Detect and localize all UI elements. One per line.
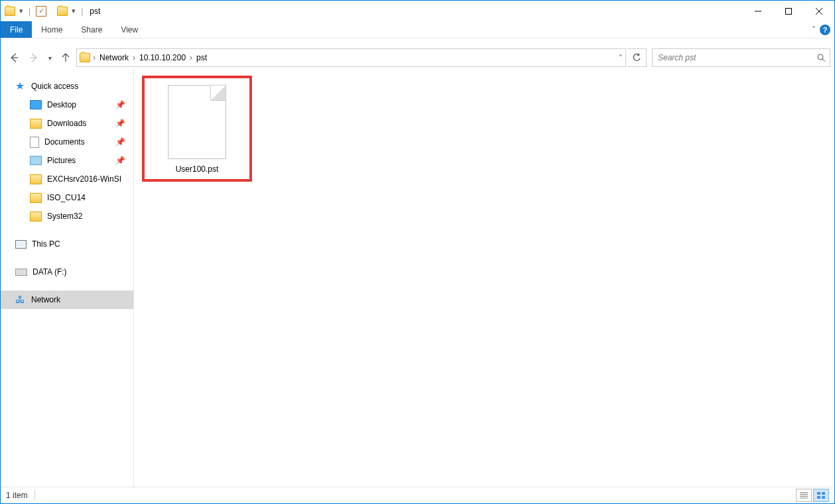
maximize-button[interactable]: [773, 1, 804, 21]
minimize-icon: [755, 8, 761, 15]
up-button[interactable]: [56, 48, 75, 67]
large-icons-view-button[interactable]: [813, 489, 829, 502]
forward-arrow-icon: [29, 52, 39, 63]
folder-icon: [30, 193, 42, 203]
svg-line-8: [822, 59, 825, 62]
file-name-label[interactable]: User100.pst: [176, 164, 219, 174]
window-controls: [743, 1, 834, 21]
tree-item-downloads[interactable]: Downloads 📌: [1, 114, 133, 133]
close-button[interactable]: [804, 1, 834, 21]
svg-rect-14: [822, 492, 825, 495]
address-dropdown-chevron[interactable]: ˅: [619, 54, 623, 62]
qat-properties-icon[interactable]: ✓: [36, 6, 46, 17]
status-separator: [34, 491, 35, 500]
drive-icon: [15, 269, 27, 276]
view-switch: [796, 489, 829, 502]
back-button[interactable]: [5, 48, 23, 67]
ribbon: File Home Share View ˅ ?: [1, 21, 834, 38]
tree-label: System32: [47, 212, 82, 221]
tree-item-folder[interactable]: ISO_CU14: [1, 188, 133, 207]
network-icon: 🖧: [15, 294, 26, 305]
tree-label: Quick access: [31, 82, 78, 91]
star-icon: ★: [15, 81, 26, 92]
pin-icon: 📌: [115, 119, 125, 128]
large-icons-view-icon: [817, 492, 825, 499]
tree-item-folder[interactable]: EXCHsrv2016-WinSI: [1, 170, 133, 188]
breadcrumb-host[interactable]: 10.10.10.200: [137, 49, 188, 66]
up-arrow-icon: [60, 52, 71, 63]
svg-point-7: [818, 54, 823, 60]
tree-label: Downloads: [47, 119, 86, 128]
back-arrow-icon: [9, 52, 19, 63]
details-view-icon: [800, 492, 808, 499]
qat-new-folder-icon[interactable]: [57, 7, 68, 16]
quick-access-toolbar: ▾ | ✓ ▾ |: [5, 6, 86, 17]
separator: |: [29, 7, 31, 16]
folder-icon: [30, 212, 42, 221]
search-icon[interactable]: [817, 54, 826, 62]
ribbon-tab-share[interactable]: Share: [72, 21, 111, 38]
document-icon: [30, 137, 39, 148]
svg-rect-13: [817, 492, 820, 495]
search-box[interactable]: [652, 48, 830, 67]
item-count: 1 item: [6, 491, 28, 500]
ribbon-tab-view[interactable]: View: [111, 21, 147, 38]
ribbon-tab-file[interactable]: File: [1, 21, 32, 38]
content-area[interactable]: User100.pst: [134, 69, 834, 487]
desktop-icon: [30, 100, 42, 109]
tree-item-desktop[interactable]: Desktop 📌: [1, 95, 133, 114]
folder-icon: [30, 119, 42, 129]
tree-label: Documents: [44, 137, 85, 147]
separator: |: [81, 7, 83, 16]
explorer-window: ▾ | ✓ ▾ | pst File Home Share View ˅: [0, 0, 835, 504]
refresh-button[interactable]: [627, 48, 647, 67]
svg-rect-16: [822, 496, 825, 499]
pictures-icon: [30, 156, 42, 165]
file-icon[interactable]: [168, 85, 226, 159]
minimize-button[interactable]: [743, 1, 773, 21]
tree-item-folder[interactable]: System32: [1, 207, 133, 225]
qat-customize-chevron[interactable]: ▾: [72, 7, 76, 15]
breadcrumb-network[interactable]: Network: [97, 49, 131, 66]
address-bar[interactable]: › Network › 10.10.10.200 › pst ˅: [76, 48, 626, 67]
breadcrumb-chevron-icon[interactable]: ›: [92, 53, 97, 62]
tree-this-pc[interactable]: This PC: [1, 235, 133, 253]
highlighted-file: User100.pst: [142, 76, 252, 182]
tree-label: Desktop: [47, 100, 76, 109]
breadcrumb-chevron-icon[interactable]: ›: [188, 53, 194, 62]
close-icon: [816, 8, 822, 15]
pin-icon: 📌: [115, 156, 125, 165]
refresh-icon: [632, 53, 641, 62]
ribbon-tab-home[interactable]: Home: [32, 21, 72, 38]
help-icon[interactable]: ?: [820, 25, 830, 35]
tree-label: This PC: [32, 239, 60, 249]
svg-rect-15: [817, 496, 820, 499]
tree-item-pictures[interactable]: Pictures 📌: [1, 151, 133, 170]
tree-network[interactable]: 🖧 Network: [1, 290, 133, 309]
search-input[interactable]: [657, 52, 817, 63]
details-view-button[interactable]: [796, 489, 812, 502]
pin-icon: 📌: [115, 137, 125, 147]
navigation-row: ▾ › Network › 10.10.10.200 › pst ˅: [1, 46, 834, 69]
ribbon-expand-chevron[interactable]: ˅: [812, 25, 816, 34]
breadcrumb-chevron-icon[interactable]: ›: [131, 53, 137, 62]
tree-item-documents[interactable]: Documents 📌: [1, 133, 133, 151]
tree-drive[interactable]: DATA (F:): [1, 263, 133, 281]
tree-label: EXCHsrv2016-WinSI: [47, 174, 121, 184]
breadcrumb-folder[interactable]: pst: [194, 49, 210, 66]
this-pc-icon: [15, 240, 27, 249]
chevron-down-icon: ▾: [48, 54, 52, 62]
tree-label: Network: [31, 295, 60, 304]
maximize-icon: [785, 8, 792, 15]
app-icon: [5, 7, 15, 16]
svg-rect-1: [786, 8, 792, 14]
navigation-tree: ★ Quick access Desktop 📌 Downloads 📌 Doc…: [1, 69, 134, 487]
forward-button[interactable]: [25, 48, 43, 67]
tree-label: DATA (F:): [32, 267, 67, 277]
recent-locations-button[interactable]: ▾: [44, 48, 55, 67]
tree-quick-access[interactable]: ★ Quick access: [1, 77, 133, 95]
status-bar: 1 item: [1, 487, 834, 503]
title-bar: ▾ | ✓ ▾ | pst: [1, 1, 834, 21]
tree-label: Pictures: [47, 156, 76, 165]
app-menu-chevron[interactable]: ▾: [19, 7, 23, 15]
